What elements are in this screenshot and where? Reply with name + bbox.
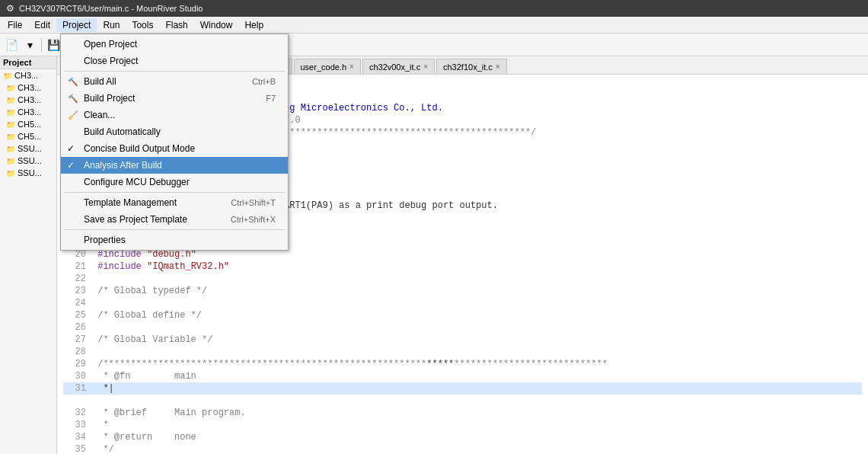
tab-close-ch32v00x[interactable]: × bbox=[423, 62, 428, 71]
folder-icon-7: 📁 bbox=[6, 157, 15, 165]
editor-line highlight-line: 31 *| bbox=[63, 382, 862, 395]
folder-icon-3: 📁 bbox=[6, 108, 15, 117]
menu-template-management-shortcut: Ctrl+Shift+T bbox=[231, 198, 276, 207]
menu-project[interactable]: Project bbox=[56, 18, 97, 32]
menu-properties-label: Properties bbox=[84, 235, 126, 245]
menu-properties[interactable]: Properties bbox=[61, 232, 288, 248]
title-bar: ⚙ CH32V307RCT6/User/main.c - MounRiver S… bbox=[0, 0, 868, 17]
tab-ch32f10x[interactable]: ch32f10x_it.c × bbox=[436, 59, 507, 74]
menu-open-project[interactable]: Open Project bbox=[61, 36, 288, 53]
sidebar-label-3: CH3... bbox=[18, 107, 41, 117]
menu-file[interactable]: File bbox=[2, 18, 28, 32]
app-icon: ⚙ bbox=[6, 3, 14, 14]
folder-icon-4: 📁 bbox=[6, 120, 15, 129]
sidebar-item-0[interactable]: 📁 CH3... bbox=[0, 69, 56, 82]
sidebar-item-2[interactable]: 📁 CH3... bbox=[0, 94, 56, 106]
sidebar-label-1: CH3... bbox=[18, 83, 41, 92]
folder-icon-6: 📁 bbox=[6, 145, 15, 153]
sidebar-label-2: CH3... bbox=[18, 95, 41, 104]
menu-save-project-template[interactable]: Save as Project Template Ctrl+Shift+X bbox=[61, 211, 288, 228]
editor-line: 26 bbox=[63, 322, 92, 333]
editor-line: 27 /* Global Variable */ bbox=[63, 334, 212, 345]
menu-window[interactable]: Window bbox=[194, 18, 239, 32]
menu-build-automatically-label: Build Automatically bbox=[84, 126, 161, 137]
menu-save-project-template-shortcut: Ctrl+Shift+X bbox=[231, 215, 276, 224]
menu-template-management[interactable]: Template Management Ctrl+Shift+T bbox=[61, 194, 288, 211]
sidebar-item-6[interactable]: 📁 SSU... bbox=[0, 142, 56, 155]
tab-user-code[interactable]: user_code.h × bbox=[294, 59, 361, 74]
editor-line: 22 bbox=[63, 273, 92, 284]
tab-label-ch32v00x: ch32v00x_it.c bbox=[369, 62, 420, 72]
build-all-icon: 🔨 bbox=[67, 75, 79, 88]
menu-configure-mcu-label: Configure MCU Debugger bbox=[84, 177, 190, 187]
sidebar-label-0: CH3... bbox=[14, 71, 38, 80]
menu-close-project-label: Close Project bbox=[84, 56, 138, 66]
tab-ch32v00x[interactable]: ch32v00x_it.c × bbox=[362, 59, 435, 74]
analysis-after-build-check: ✓ bbox=[67, 160, 75, 171]
editor-line: 32 * @brief Main program. bbox=[63, 408, 246, 418]
menu-open-project-label: Open Project bbox=[84, 39, 137, 50]
sidebar-label-7: SSU... bbox=[18, 156, 42, 165]
menu-close-project[interactable]: Close Project bbox=[61, 53, 288, 69]
window-title: CH32V307RCT6/User/main.c - MounRiver Stu… bbox=[19, 4, 203, 13]
editor-line: 23 /* Global typedef */ bbox=[63, 286, 207, 296]
sidebar-item-4[interactable]: 📁 CH5... bbox=[0, 118, 56, 130]
menu-concise-build[interactable]: ✓ Concise Build Output Mode bbox=[61, 140, 288, 157]
tab-close-user-code[interactable]: × bbox=[349, 62, 354, 71]
clean-icon: 🧹 bbox=[67, 109, 79, 121]
sidebar-item-8[interactable]: 📁 SSU... bbox=[0, 167, 56, 179]
editor-line: 21 #include "IQmath_RV32.h" bbox=[63, 261, 229, 272]
menu-edit[interactable]: Edit bbox=[28, 18, 56, 32]
folder-icon-8: 📁 bbox=[6, 169, 15, 177]
folder-icon-2: 📁 bbox=[6, 96, 15, 104]
menu-build-project[interactable]: 🔨 Build Project F7 bbox=[61, 90, 288, 107]
folder-icon-1: 📁 bbox=[6, 84, 15, 92]
sidebar-item-3[interactable]: 📁 CH3... bbox=[0, 106, 56, 118]
tab-label-ch32f10x: ch32f10x_it.c bbox=[443, 62, 493, 72]
editor-line: 28 bbox=[63, 347, 92, 357]
menu-separator-3 bbox=[64, 229, 285, 230]
editor-line: 24 bbox=[63, 298, 92, 309]
menu-concise-build-label: Concise Build Output Mode bbox=[84, 143, 195, 154]
sidebar-item-7[interactable]: 📁 SSU... bbox=[0, 155, 56, 167]
sidebar-header: Project bbox=[0, 56, 56, 69]
menu-configure-mcu[interactable]: Configure MCU Debugger bbox=[61, 174, 288, 190]
folder-icon-0: 📁 bbox=[3, 72, 12, 80]
toolbar-sep-1 bbox=[41, 38, 42, 52]
menu-flash[interactable]: Flash bbox=[159, 18, 193, 32]
toolbar-save-btn[interactable]: 💾 bbox=[45, 37, 62, 53]
toolbar-new-btn[interactable]: 📄 bbox=[3, 37, 20, 53]
menu-help[interactable]: Help bbox=[238, 18, 270, 32]
menu-build-automatically[interactable]: Build Automatically bbox=[61, 123, 288, 140]
menu-bar: File Edit Project Run Tools Flash Window… bbox=[0, 17, 868, 34]
tab-close-ch32f10x[interactable]: × bbox=[496, 62, 500, 71]
menu-run[interactable]: Run bbox=[97, 18, 126, 32]
build-project-icon: 🔨 bbox=[67, 92, 79, 104]
menu-clean-label: Clean... bbox=[84, 110, 115, 120]
folder-icon-5: 📁 bbox=[6, 133, 15, 141]
menu-build-all-shortcut: Ctrl+B bbox=[252, 77, 276, 86]
menu-clean[interactable]: 🧹 Clean... bbox=[61, 107, 288, 123]
menu-save-project-template-label: Save as Project Template bbox=[84, 214, 187, 225]
tab-label-user-code: user_code.h bbox=[301, 62, 347, 72]
editor-line: 20 #include "debug.h" bbox=[63, 249, 196, 260]
sidebar: Project 📁 CH3... 📁 CH3... 📁 CH3... 📁 CH3… bbox=[0, 56, 57, 454]
menu-build-all[interactable]: 🔨 Build All Ctrl+B bbox=[61, 73, 288, 90]
editor-line: 25 /* Global define */ bbox=[63, 310, 202, 321]
sidebar-item-5[interactable]: 📁 CH5... bbox=[0, 130, 56, 142]
menu-build-all-label: Build All bbox=[84, 76, 116, 87]
sidebar-label-5: CH5... bbox=[18, 132, 41, 141]
sidebar-label-6: SSU... bbox=[18, 144, 42, 153]
editor-line: 33 * bbox=[63, 420, 109, 430]
toolbar-dropdown-btn[interactable]: ▾ bbox=[21, 37, 38, 53]
menu-separator-1 bbox=[64, 71, 285, 72]
menu-build-project-label: Build Project bbox=[84, 93, 135, 104]
editor-line: 29 /************************************… bbox=[63, 359, 608, 369]
menu-analysis-after-build[interactable]: ✓ Analysis After Build bbox=[61, 157, 288, 174]
menu-template-management-label: Template Management bbox=[84, 197, 177, 208]
editor-line: 34 * @return none bbox=[63, 432, 196, 443]
sidebar-label-4: CH5... bbox=[18, 120, 41, 129]
menu-build-project-shortcut: F7 bbox=[266, 94, 276, 103]
sidebar-item-1[interactable]: 📁 CH3... bbox=[0, 82, 56, 94]
menu-tools[interactable]: Tools bbox=[126, 18, 159, 32]
